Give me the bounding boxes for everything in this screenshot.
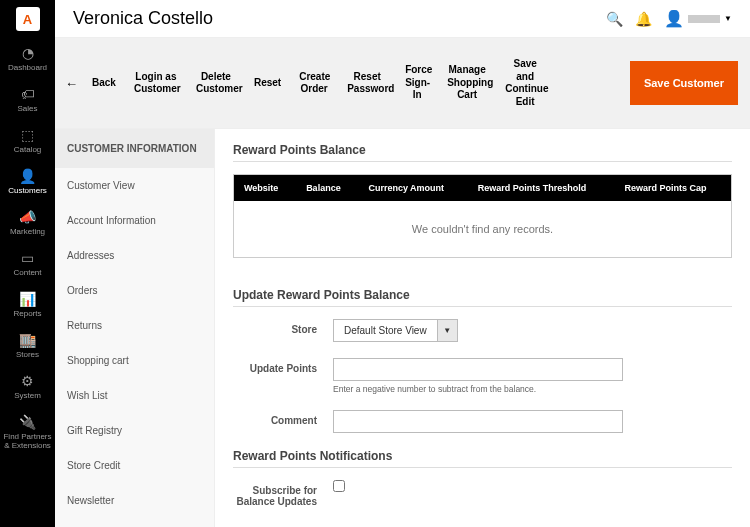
table-header: Reward Points Threshold <box>468 175 615 202</box>
nav-label: Find Partners & Extensions <box>3 432 51 450</box>
table-header: Currency Amount <box>358 175 467 202</box>
table-empty-message: We couldn't find any records. <box>234 201 732 258</box>
user-name-placeholder <box>688 15 720 23</box>
nav-sales[interactable]: 🏷Sales <box>0 79 55 120</box>
search-icon[interactable]: 🔍 <box>606 11 623 27</box>
delete-customer-button[interactable]: Delete Customer <box>188 65 244 102</box>
nav-label: Reports <box>13 309 41 318</box>
update-points-hint: Enter a negative number to subtract from… <box>333 384 623 394</box>
force-signin-button[interactable]: Force Sign-In <box>397 58 437 108</box>
main-panel: Reward Points Balance WebsiteBalanceCurr… <box>215 129 750 527</box>
customer-info-sidebar: CUSTOMER INFORMATION Customer ViewAccoun… <box>55 129 215 527</box>
nav-label: Catalog <box>14 145 42 154</box>
chevron-down-icon: ▼ <box>724 14 732 23</box>
nav-stores[interactable]: 🏬Stores <box>0 325 55 366</box>
table-header: Reward Points Cap <box>614 175 731 202</box>
sidebar-item-store-credit[interactable]: Store Credit <box>55 448 214 483</box>
sidebar-item-orders[interactable]: Orders <box>55 273 214 308</box>
sidebar-item-wish-list[interactable]: Wish List <box>55 378 214 413</box>
nav-icon: 🏬 <box>2 332 53 348</box>
sidebar-item-returns[interactable]: Returns <box>55 308 214 343</box>
notifications-section-title: Reward Points Notifications <box>233 449 732 468</box>
sidebar-item-addresses[interactable]: Addresses <box>55 238 214 273</box>
save-customer-button[interactable]: Save Customer <box>630 61 738 105</box>
nav-label: Customers <box>8 186 47 195</box>
nav-label: Dashboard <box>8 63 47 72</box>
action-bar: ← Back Login as Customer Delete Customer… <box>55 37 750 129</box>
store-select[interactable]: Default Store View <box>333 319 438 342</box>
sidebar-item-shopping-cart[interactable]: Shopping cart <box>55 343 214 378</box>
nav-customers[interactable]: 👤Customers <box>0 161 55 202</box>
balance-section-title: Reward Points Balance <box>233 143 732 162</box>
logo[interactable]: A <box>16 7 40 31</box>
nav-label: System <box>14 391 41 400</box>
chevron-down-icon: ▼ <box>443 326 451 335</box>
left-nav: A ◔Dashboard🏷Sales⬚Catalog👤Customers📣Mar… <box>0 0 55 527</box>
back-arrow-icon[interactable]: ← <box>61 76 82 91</box>
nav-icon: 🏷 <box>2 86 53 102</box>
nav-label: Marketing <box>10 227 45 236</box>
nav-icon: ◔ <box>2 45 53 61</box>
bell-icon[interactable]: 🔔 <box>635 11 652 27</box>
update-section-title: Update Reward Points Balance <box>233 288 732 307</box>
table-header: Balance <box>296 175 358 202</box>
nav-icon: 📣 <box>2 209 53 225</box>
sidebar-header: CUSTOMER INFORMATION <box>55 129 214 168</box>
comment-input[interactable] <box>333 410 623 433</box>
nav-catalog[interactable]: ⬚Catalog <box>0 120 55 161</box>
nav-icon: ⬚ <box>2 127 53 143</box>
nav-icon: 👤 <box>2 168 53 184</box>
sidebar-item-newsletter[interactable]: Newsletter <box>55 483 214 518</box>
nav-icon: ▭ <box>2 250 53 266</box>
store-label: Store <box>233 319 333 335</box>
nav-system[interactable]: ⚙System <box>0 366 55 407</box>
balance-table: WebsiteBalanceCurrency AmountReward Poin… <box>233 174 732 258</box>
nav-label: Stores <box>16 350 39 359</box>
page-title: Veronica Costello <box>73 8 594 29</box>
nav-marketing[interactable]: 📣Marketing <box>0 202 55 243</box>
nav-label: Sales <box>17 104 37 113</box>
login-as-customer-button[interactable]: Login as Customer <box>126 65 186 102</box>
subscribe-balance-label: Subscribe for Balance Updates <box>233 480 333 507</box>
save-continue-button[interactable]: Save and Continue Edit <box>497 52 553 114</box>
sidebar-item-customer-view[interactable]: Customer View <box>55 168 214 203</box>
user-icon: 👤 <box>664 9 684 28</box>
subscribe-balance-checkbox[interactable] <box>333 480 345 492</box>
topbar: Veronica Costello 🔍 🔔 👤 ▼ <box>55 0 750 37</box>
store-select-toggle[interactable]: ▼ <box>438 319 458 342</box>
reset-password-button[interactable]: Reset Password <box>339 65 395 102</box>
update-points-label: Update Points <box>233 358 333 374</box>
update-points-input[interactable] <box>333 358 623 381</box>
nav-find-partners-extensions[interactable]: 🔌Find Partners & Extensions <box>0 407 55 457</box>
back-button[interactable]: Back <box>84 71 124 96</box>
nav-label: Content <box>13 268 41 277</box>
comment-label: Comment <box>233 410 333 426</box>
table-header: Website <box>234 175 297 202</box>
manage-cart-button[interactable]: Manage Shopping Cart <box>439 58 495 108</box>
nav-reports[interactable]: 📊Reports <box>0 284 55 325</box>
sidebar-item-billing-agreements[interactable]: Billing Agreements <box>55 518 214 527</box>
nav-icon: 📊 <box>2 291 53 307</box>
nav-icon: 🔌 <box>2 414 53 430</box>
nav-icon: ⚙ <box>2 373 53 389</box>
user-menu[interactable]: 👤 ▼ <box>664 9 732 28</box>
sidebar-item-gift-registry[interactable]: Gift Registry <box>55 413 214 448</box>
create-order-button[interactable]: Create Order <box>291 65 337 102</box>
nav-content[interactable]: ▭Content <box>0 243 55 284</box>
nav-dashboard[interactable]: ◔Dashboard <box>0 38 55 79</box>
reset-button[interactable]: Reset <box>246 71 289 96</box>
sidebar-item-account-information[interactable]: Account Information <box>55 203 214 238</box>
